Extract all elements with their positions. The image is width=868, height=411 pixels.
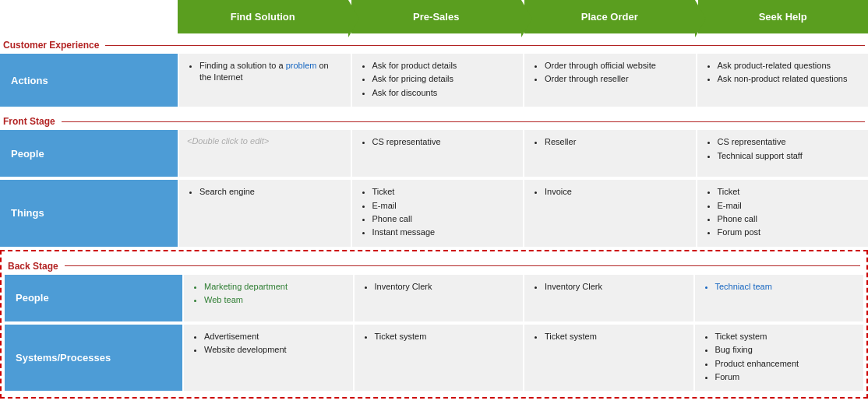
things-cell-1: Search engine — [179, 180, 351, 247]
systems-cell-1: Advertisement Website development — [184, 325, 353, 392]
back-people-cell-2: Inventory Clerk — [355, 275, 524, 321]
systems-cell-3: Ticket system — [524, 325, 693, 392]
back-people-label: People — [5, 275, 182, 321]
systems-cell-2: Ticket system — [355, 325, 524, 392]
actions-label: Actions — [0, 54, 178, 107]
back-stage-label: Back Stage — [5, 255, 863, 275]
actions-cell-3: Order through official website Order thr… — [524, 54, 696, 107]
actions-cell-1: Finding a solution to a problem on the I… — [179, 54, 351, 107]
things-cell-3: Invoice — [524, 180, 696, 247]
front-people-cell-2: CS representative — [352, 130, 524, 177]
actions-cell-4: Ask product-related questions Ask non-pr… — [697, 54, 869, 107]
things-label: Things — [0, 180, 178, 247]
stage-place-order: Place Order — [524, 0, 695, 33]
actions-row: Actions Finding a solution to a problem … — [0, 54, 868, 107]
things-cell-4: Ticket E-mail Phone call Forum post — [697, 180, 869, 247]
stage-find-solution: Find Solution — [178, 0, 348, 33]
back-people-cell-1: Marketing department Web team — [184, 275, 353, 321]
actions-cell-2: Ask for product details Ask for pricing … — [352, 54, 524, 107]
front-people-cell-4: CS representative Technical support staf… — [697, 130, 869, 177]
front-stage-label: Front Stage — [0, 110, 868, 130]
systems-label: Systems/Processes — [5, 325, 182, 392]
systems-cell-4: Ticket system Bug fixing Product enhance… — [695, 325, 864, 392]
stage-seek-help: Seek Help — [698, 0, 869, 33]
front-people-row: People <Double click to edit> CS represe… — [0, 130, 868, 177]
back-people-row: People Marketing department Web team Inv… — [5, 275, 863, 321]
things-cell-2: Ticket E-mail Phone call Instant message — [352, 180, 524, 247]
backstage-container: Back Stage People Marketing department W… — [0, 250, 868, 399]
front-people-cell-1: <Double click to edit> — [179, 130, 351, 177]
back-people-cell-3: Inventory Clerk — [524, 275, 693, 321]
header-row: Find Solution Pre-Sales Place Order Seek… — [178, 0, 868, 33]
customer-experience-label: Customer Experience — [0, 33, 868, 54]
front-people-label: People — [0, 130, 178, 177]
systems-row: Systems/Processes Advertisement Website … — [5, 325, 863, 392]
things-row: Things Search engine Ticket E-mail Phone… — [0, 180, 868, 247]
back-people-cell-4: Techniacl team — [695, 275, 864, 321]
front-people-cell-3: Reseller — [524, 130, 696, 177]
stage-pre-sales: Pre-Sales — [351, 0, 522, 33]
